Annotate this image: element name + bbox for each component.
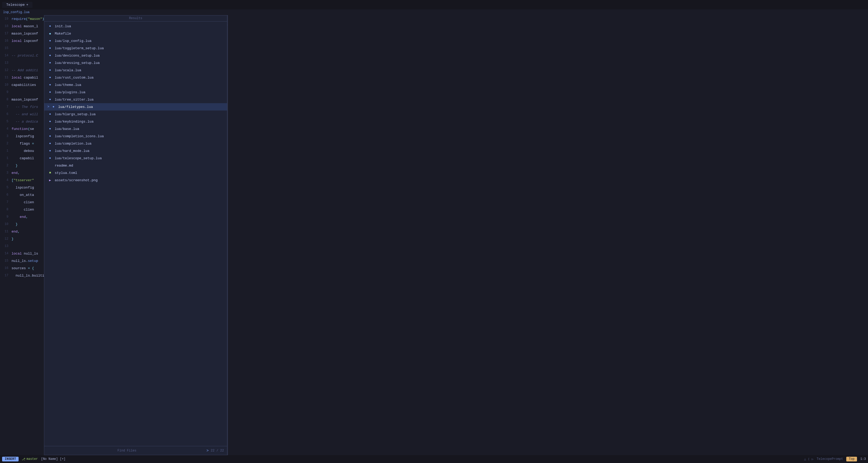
code-line: 16 sources = { xyxy=(0,265,44,272)
result-item-theme[interactable]: ● lua/theme.lua xyxy=(44,81,227,89)
result-name: init.lua xyxy=(55,24,71,28)
line-number: 13 xyxy=(1,244,11,248)
line-content: null_ls.builtins.formatting.stylua.with … xyxy=(11,274,44,278)
result-item-plugins[interactable]: ● lua/plugins.lua xyxy=(44,89,227,96)
lua-icon: ● xyxy=(48,38,53,43)
result-item-screenshot[interactable]: ▶ assets/screenshot.png xyxy=(44,177,227,184)
code-line: 11 end, xyxy=(0,228,44,235)
result-item-keybindings[interactable]: ● lua/keybindings.lua xyxy=(44,118,227,125)
line-number: 11 xyxy=(1,76,11,79)
result-item-toggleterm[interactable]: ● lua/toggleterm_setup.lua xyxy=(44,44,227,52)
line-number: 16 xyxy=(1,39,11,43)
result-item-readme[interactable]: ​ readme.md xyxy=(44,162,227,169)
result-item-stylua[interactable]: ■ stylua.toml xyxy=(44,169,227,177)
branch-name: master xyxy=(27,457,38,461)
result-item-tree-sitter[interactable]: ● lua/tree_sitter.lua xyxy=(44,96,227,103)
line-content: ["tsserver" xyxy=(11,178,34,182)
code-line: 6 on_atta xyxy=(0,191,44,198)
result-item-hard-mode[interactable]: ● lua/hard_mode.lua xyxy=(44,147,227,155)
code-line: 8 clien xyxy=(0,206,44,213)
result-name: lua/base.lua xyxy=(55,127,80,131)
code-line: 17 null_ls.builtins.formatting.stylua.wi… xyxy=(0,272,44,279)
line-number: 10 xyxy=(1,222,11,226)
result-name: lua/completion.lua xyxy=(55,142,91,146)
line-number: 4 xyxy=(1,127,11,131)
result-item-dressing[interactable]: ● lua/dressing_setup.lua xyxy=(44,59,227,66)
result-item-scala[interactable]: ● lua/scala.lua xyxy=(44,66,227,74)
result-item-hlargs[interactable]: ● lua/hlargs_setup.lua xyxy=(44,111,227,118)
result-item-completion-icons[interactable]: ● lua/completion_icons.lua xyxy=(44,132,227,140)
result-name: Makefile xyxy=(55,32,71,36)
lua-icon: ● xyxy=(48,60,53,65)
result-item-base[interactable]: ● lua/base.lua xyxy=(44,125,227,132)
result-name: lua/tree_sitter.lua xyxy=(55,98,93,102)
find-files-title: Find Files xyxy=(48,449,207,453)
result-item-rust[interactable]: ● lua/rust_custom.lua xyxy=(44,74,227,81)
lua-icon: ● xyxy=(48,141,53,146)
lua-icon: ● xyxy=(48,97,53,102)
line-content: null_ls.setup xyxy=(11,259,38,263)
lua-icon: ● xyxy=(48,24,53,29)
results-panel: Results ● init.lua ◆ Makefile ● lua/lsp_… xyxy=(44,15,227,455)
line-content: mason_lspconf xyxy=(11,32,38,36)
line-number: 10 xyxy=(1,83,11,87)
lua-icon: ● xyxy=(48,82,53,88)
line-content: clien xyxy=(11,200,34,204)
line-number: 7 xyxy=(1,200,11,204)
line-content: -- and will xyxy=(11,112,38,116)
result-name: lua/toggleterm_setup.lua xyxy=(55,47,104,50)
result-item-devicons[interactable]: ● lua/devicons_setup.lua xyxy=(44,52,227,59)
line-content: sources = { xyxy=(11,266,34,270)
line-number: 4 xyxy=(1,178,11,182)
line-number: 2 xyxy=(1,164,11,167)
line-content: } xyxy=(11,222,18,226)
lua-icon: ● xyxy=(48,119,53,124)
line-content: local mason_l xyxy=(11,24,38,28)
line-number: 6 xyxy=(1,193,11,197)
code-line: 15 null_ls.setup xyxy=(0,257,44,265)
result-name: assets/screenshot.png xyxy=(55,178,98,182)
result-item-makefile[interactable]: ◆ Makefile xyxy=(44,30,227,37)
line-number: 19 xyxy=(1,17,11,21)
result-item-init[interactable]: ● init.lua xyxy=(44,23,227,30)
result-name: lua/lsp_config.lua xyxy=(55,39,91,43)
find-files-count: 22 / 22 xyxy=(211,449,224,453)
line-content: on_atta xyxy=(11,193,34,197)
code-line: 12 } xyxy=(0,235,44,243)
editor-area: lsp_config.lua 19 require("mason").setup… xyxy=(0,9,868,455)
result-item-filetypes[interactable]: > ● lua/filetypes.lua xyxy=(44,103,227,111)
toml-icon: ■ xyxy=(48,170,53,176)
line-content: capabil xyxy=(11,156,34,160)
code-line: 13 xyxy=(0,243,44,250)
code-line: 4 ["tsserver" xyxy=(0,177,44,184)
make-icon: ◆ xyxy=(48,31,53,36)
line-number: 14 xyxy=(1,54,11,57)
line-number: 15 xyxy=(1,259,11,263)
result-item-telescope-setup[interactable]: ● lua/telescope_setup.lua xyxy=(44,155,227,162)
line-content: function(se xyxy=(11,127,34,131)
line-content: -- a dedica xyxy=(11,120,38,124)
result-name: stylua.toml xyxy=(55,171,77,175)
code-panel: lsp_config.lua 19 require("mason").setup… xyxy=(0,9,228,455)
line-content: -- protocol.C xyxy=(11,54,38,58)
line-number: 9 xyxy=(1,90,11,94)
line-content: local lspconf xyxy=(11,39,38,43)
telescope-overlay: Results ● init.lua ◆ Makefile ● lua/lsp_… xyxy=(44,15,228,455)
line-content: clien xyxy=(11,208,34,212)
filename: lsp_config.lua xyxy=(3,10,30,14)
tab-telescope[interactable]: Telescope + xyxy=(2,2,32,8)
line-number: 14 xyxy=(1,252,11,255)
lua-icon: ● xyxy=(48,112,53,117)
line-number: 5 xyxy=(1,120,11,123)
line-number: 2 xyxy=(1,142,11,145)
result-name: lua/devicons_setup.lua xyxy=(55,54,100,58)
results-list: ● init.lua ◆ Makefile ● lua/lsp_config.l… xyxy=(44,22,227,446)
code-line: 9 end, xyxy=(0,213,44,220)
preview-panel: File Preview -- Python vim.cmd [[autocmd… xyxy=(227,15,228,455)
result-item-lsp-config[interactable]: ● lua/lsp_config.lua xyxy=(44,37,227,44)
line-content: } xyxy=(11,164,18,167)
line-number: 3 xyxy=(1,134,11,138)
status-filename: [No Name] [+] xyxy=(41,457,65,461)
code-line: 10 } xyxy=(0,220,44,228)
result-item-completion[interactable]: ● lua/completion.lua xyxy=(44,140,227,147)
